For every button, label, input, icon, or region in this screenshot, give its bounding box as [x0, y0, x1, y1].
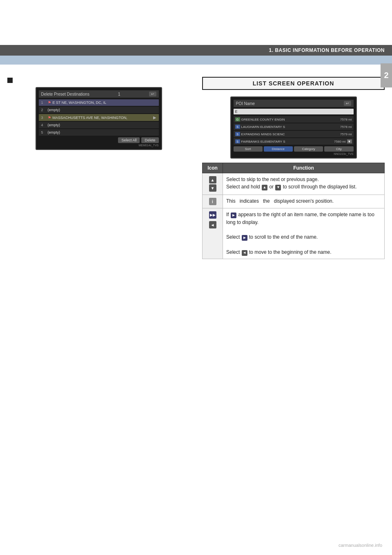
screen-title-right: POI Name: [236, 101, 255, 106]
dest-row-5[interactable]: 5 (empty): [39, 129, 159, 136]
left-column: Delete Preset Destinations 1 ↩ 1 ⚑ E ST …: [7, 77, 190, 259]
section-marker-square: [7, 78, 13, 83]
accent-bar: [0, 56, 392, 65]
poi-name-4: FAIRBANKS ELEMENTARY S: [241, 140, 285, 143]
scroll-indicator-icon: ▶: [231, 213, 236, 218]
table-header-function: Function: [223, 163, 385, 173]
dest-text-2: (empty): [48, 108, 60, 112]
list-screen-operation-title: LIST SCREEN OPERATION: [202, 77, 385, 90]
dest-text-1: E ST NE, WASHINGTON, DC, IL: [53, 101, 107, 105]
poi-dist-3: 7579 mi: [340, 132, 352, 136]
poi-name-2: LAUGHARN ELEMENTARY S: [241, 125, 285, 129]
dest-row-3[interactable]: 3 ⚑ MASSACHUSETTS AVE NE, WASHINGTON, ▶: [39, 114, 159, 121]
table-func-cell-1: Select to skip to the next or previous p…: [223, 173, 385, 195]
table-icon-cell-1: ▲ ▼: [203, 173, 223, 195]
poi-icon-1: G: [235, 117, 240, 121]
scroll-begin-icon: ◄: [242, 250, 247, 256]
page-indicator: 1: [118, 92, 120, 96]
table-func-cell-2: This indicates the displayed screen's po…: [223, 195, 385, 208]
poi-name-3: EXPANDING MINDS SCIENC: [241, 132, 285, 136]
pin-icon-1: ⚑: [48, 101, 51, 105]
poi-row-2[interactable]: S LAUGHARN ELEMENTARY S 7578 mi: [234, 123, 354, 130]
scroll-end-icon: ▶: [242, 235, 247, 241]
section-marker: [7, 77, 190, 83]
poi-icon-4: S: [235, 139, 240, 143]
bottom-buttons: Select All Delete: [39, 137, 159, 143]
back-button-left[interactable]: ↩: [149, 92, 156, 96]
table-row-2: i This indicates the displayed screen's …: [203, 195, 385, 208]
dest-row-2[interactable]: 2 (empty): [39, 107, 159, 113]
poi-search-bar[interactable]: E: [234, 109, 354, 114]
poi-dist-4: 7580 mi: [334, 140, 345, 143]
dest-row-4[interactable]: 4 (empty): [39, 122, 159, 128]
poi-dist-2: 7578 mi: [340, 125, 352, 129]
row-num-3: 3: [41, 116, 46, 120]
dest-row-1[interactable]: 1 ⚑ E ST NE, WASHINGTON, DC, IL: [39, 99, 159, 106]
poi-name-1: GREENLEE COUNTY ENGIN: [241, 118, 285, 121]
poi-icon-2: S: [235, 125, 240, 129]
scroll-icon-3: ▶: [153, 115, 156, 120]
sort-button-sort[interactable]: Sort: [234, 146, 263, 152]
page-number-tab: 2: [381, 63, 392, 87]
dest-text-5: (empty): [48, 130, 60, 134]
down-arrow-icon: ▼: [209, 184, 216, 192]
scroll-back-icon: ◄: [209, 221, 216, 228]
poi-row-3[interactable]: S EXPANDING MINDS SCIENC 7579 mi: [234, 131, 354, 137]
row-num-1: 1: [41, 101, 46, 105]
screen-label-right: NNO223c_TVS: [234, 152, 354, 155]
dest-text-4: (empty): [48, 123, 60, 127]
right-column: LIST SCREEN OPERATION POI Name ↩ E G GRE…: [202, 77, 385, 259]
main-content: Delete Preset Destinations 1 ↩ 1 ⚑ E ST …: [0, 65, 392, 266]
delete-button[interactable]: Delete: [141, 137, 158, 143]
function-table: Icon Function ▲ ▼ Select: [202, 163, 385, 259]
table-row-1: ▲ ▼ Select to skip to the next or previo…: [203, 173, 385, 195]
poi-row-1[interactable]: G GREENLEE COUNTY ENGIN 7578 mi: [234, 116, 354, 123]
sort-button-city[interactable]: City: [324, 146, 353, 152]
row-num-2: 2: [41, 108, 46, 112]
table-row-3: ▶▶ ◄ If ▶ appears to the right of an ite…: [203, 208, 385, 259]
hold-up-icon: ▲: [262, 185, 267, 190]
position-indicator-icon: i: [209, 198, 216, 205]
pin-icon-3: ⚑: [48, 116, 51, 120]
sort-button-distance[interactable]: Distance: [264, 146, 293, 152]
sort-button-category[interactable]: Category: [294, 146, 323, 152]
table-icon-cell-3: ▶▶ ◄: [203, 208, 223, 259]
table-header-icon: Icon: [203, 163, 223, 173]
row-num-5: 5: [41, 130, 46, 134]
poi-dist-1: 7578 mi: [340, 118, 352, 121]
table-icon-cell-2: i: [203, 195, 223, 208]
sort-bar: Sort Distance Category City: [234, 146, 354, 152]
back-button-right[interactable]: ↩: [344, 101, 351, 106]
hold-down-icon: ▼: [275, 185, 281, 190]
table-func-cell-3: If ▶ appears to the right of an item nam…: [223, 208, 385, 259]
poi-icon-3: S: [235, 132, 240, 136]
screen-title-bar-left: Delete Preset Destinations 1 ↩: [39, 90, 159, 98]
scroll-forward-icon: ▶▶: [209, 211, 216, 219]
chapter-header: 1. BASIC INFORMATION BEFORE OPERATION: [0, 45, 392, 56]
poi-row-4[interactable]: S FAIRBANKS ELEMENTARY S 7580 mi ▼: [234, 138, 354, 145]
footer-logo: carmanualsonline.info: [339, 543, 382, 548]
poi-scroll-icon-4: ▼: [347, 139, 352, 143]
up-arrow-icon: ▲: [209, 176, 216, 184]
screen-title-bar-right: POI Name ↩: [234, 100, 354, 107]
row-num-4: 4: [41, 123, 46, 127]
select-all-button[interactable]: Select All: [118, 137, 140, 143]
dest-text-3: MASSACHUSETTS AVE NE, WASHINGTON,: [53, 116, 127, 120]
select-label: Select: [226, 234, 240, 240]
poi-screen: POI Name ↩ E G GREENLEE COUNTY ENGIN 757…: [230, 96, 357, 159]
delete-preset-screen: Delete Preset Destinations 1 ↩ 1 ⚑ E ST …: [36, 87, 162, 150]
screen-label-left: MEM014c_TVS: [39, 144, 159, 147]
screen-title-left: Delete Preset Destinations: [41, 92, 89, 96]
